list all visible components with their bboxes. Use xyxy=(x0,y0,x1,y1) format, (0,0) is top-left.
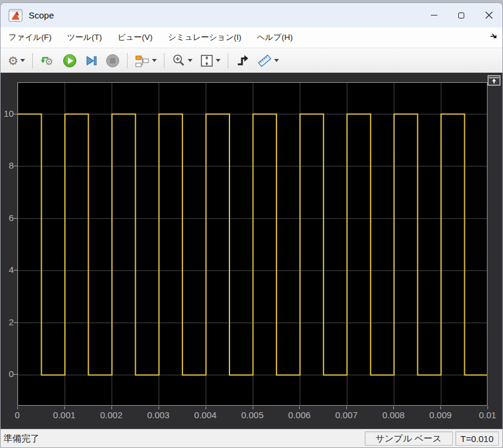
step-forward-button[interactable] xyxy=(81,51,101,70)
scope-display-panel: 024681000.0010.0020.0030.0040.0050.0060.… xyxy=(1,73,502,429)
x-tick-label: 0.005 xyxy=(234,410,272,420)
go-to-simulink-block-button[interactable]: ⚙ xyxy=(37,51,58,70)
y-tick-label: 4 xyxy=(1,265,14,275)
dropdown-caret-icon xyxy=(274,59,279,62)
maximize-button[interactable] xyxy=(448,3,475,27)
close-button[interactable] xyxy=(475,3,502,27)
signal-selector-button[interactable] xyxy=(132,51,160,70)
title-bar: Scope xyxy=(1,3,502,27)
x-tick-mark xyxy=(253,406,253,409)
y-tick-label: 6 xyxy=(1,213,14,223)
dropdown-caret-icon xyxy=(188,59,192,62)
dock-arrow-icon[interactable] xyxy=(489,32,498,41)
x-tick-label: 0.006 xyxy=(280,410,318,420)
y-tick-mark xyxy=(14,322,17,323)
x-tick-label: 0.009 xyxy=(421,410,459,420)
menu-file[interactable]: ファイル(F) xyxy=(1,27,60,48)
stop-icon xyxy=(105,54,120,68)
play-icon xyxy=(63,54,77,68)
y-tick-mark xyxy=(14,166,17,166)
x-tick-mark xyxy=(111,406,112,409)
x-tick-label: 0.002 xyxy=(92,410,131,420)
status-sample-mode: サンプル ベース xyxy=(365,431,453,446)
x-tick-mark xyxy=(17,406,18,409)
toolbar-separator xyxy=(164,53,164,69)
fit-to-view-button[interactable] xyxy=(197,51,223,70)
close-icon xyxy=(485,11,493,19)
zoom-button[interactable] xyxy=(169,51,195,70)
toolbar-separator xyxy=(228,53,228,69)
gear-icon: ⚙ xyxy=(8,55,18,67)
x-tick-label: 0.007 xyxy=(327,410,365,420)
measurements-icon xyxy=(257,54,272,68)
trigger-button[interactable] xyxy=(232,51,253,70)
toolbar-separator xyxy=(32,53,33,69)
y-tick-label: 10 xyxy=(1,108,14,119)
zoom-icon xyxy=(172,54,186,68)
measurements-button[interactable] xyxy=(254,51,282,70)
x-tick-mark xyxy=(393,406,394,409)
y-tick-label: 8 xyxy=(1,160,14,170)
scope-window: Scope ファイル(F) ツール(T) ビュー(V) シミュレーション(I) … xyxy=(0,2,503,448)
dropdown-caret-icon xyxy=(216,59,221,62)
x-tick-mark xyxy=(488,406,488,409)
y-tick-mark xyxy=(14,270,17,270)
expand-panel-icon[interactable] xyxy=(488,75,501,86)
toolbar-separator xyxy=(127,53,128,69)
menu-simulation[interactable]: シミュレーション(I) xyxy=(160,27,249,48)
window-title: Scope xyxy=(29,10,54,20)
toolbar: ⚙ ⚙ xyxy=(1,48,502,73)
status-sim-time: T=0.010 xyxy=(455,431,499,446)
status-message: 準備完了 xyxy=(1,433,39,444)
x-tick-mark xyxy=(206,406,206,409)
menu-view[interactable]: ビュー(V) xyxy=(110,27,160,48)
menu-tools[interactable]: ツール(T) xyxy=(60,27,110,48)
goto-block-icon: ⚙ xyxy=(40,54,55,68)
configuration-properties-button[interactable]: ⚙ xyxy=(5,51,28,70)
menu-bar: ファイル(F) ツール(T) ビュー(V) シミュレーション(I) ヘルプ(H) xyxy=(1,27,502,48)
y-tick-mark xyxy=(14,114,17,114)
y-tick-label: 2 xyxy=(1,317,14,327)
x-tick-label: 0 xyxy=(0,410,36,420)
y-tick-mark xyxy=(14,374,17,375)
status-bar: 準備完了 サンプル ベース T=0.010 xyxy=(1,429,502,447)
plot-canvas[interactable] xyxy=(17,82,488,406)
x-tick-label: 0.008 xyxy=(374,410,412,420)
stop-button[interactable] xyxy=(103,51,123,70)
minimize-icon xyxy=(431,15,437,15)
x-tick-mark xyxy=(159,406,159,409)
x-tick-mark xyxy=(299,406,300,409)
x-tick-label: 0.003 xyxy=(139,410,178,420)
signal-selector-icon xyxy=(135,54,150,68)
x-tick-mark xyxy=(346,406,347,409)
signal-trace xyxy=(18,114,488,375)
x-tick-mark xyxy=(64,406,65,409)
x-tick-label: 0.001 xyxy=(45,410,83,420)
dropdown-caret-icon xyxy=(152,59,157,62)
x-tick-label: 0.01 xyxy=(468,410,503,420)
fit-to-view-icon xyxy=(200,54,214,68)
dropdown-caret-icon xyxy=(20,59,25,62)
y-tick-mark xyxy=(14,218,17,219)
maximize-icon xyxy=(458,13,464,18)
trigger-icon xyxy=(235,54,250,68)
x-tick-label: 0.004 xyxy=(187,410,225,420)
x-tick-mark xyxy=(440,406,441,409)
minimize-button[interactable] xyxy=(420,3,448,27)
run-button[interactable] xyxy=(60,51,80,70)
matlab-scope-icon xyxy=(8,8,23,23)
menu-help[interactable]: ヘルプ(H) xyxy=(249,27,300,48)
step-forward-icon xyxy=(84,54,98,68)
y-tick-label: 0 xyxy=(1,369,14,379)
